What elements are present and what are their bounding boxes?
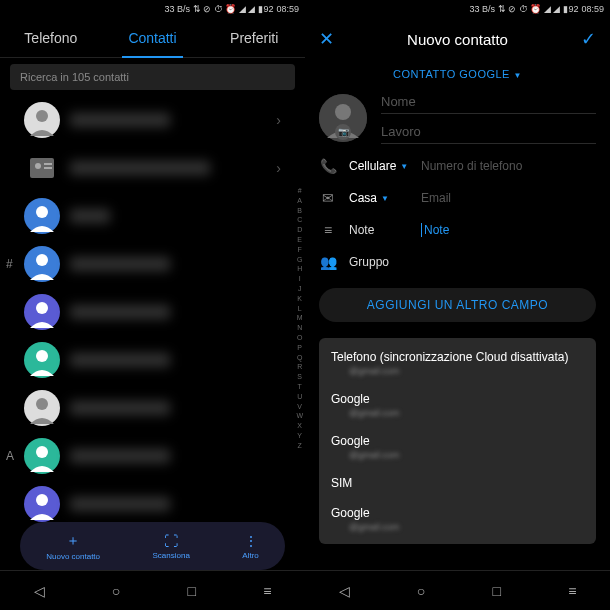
nav-home-icon[interactable]: ○ — [417, 583, 425, 599]
avatar — [24, 438, 60, 474]
alpha-X[interactable]: X — [296, 421, 303, 431]
phone-row: 📞 Cellulare▼ Numero di telefono — [305, 150, 610, 182]
alpha-Q[interactable]: Q — [296, 353, 303, 363]
contact-row[interactable]: › — [0, 144, 305, 192]
nav-back-icon[interactable]: ◁ — [34, 583, 45, 599]
alpha-Z[interactable]: Z — [296, 441, 303, 451]
contact-row[interactable] — [0, 288, 305, 336]
nav-recent-icon[interactable]: □ — [493, 583, 501, 599]
contact-name — [70, 353, 170, 367]
avatar — [24, 102, 60, 138]
chevron-down-icon: ▼ — [400, 162, 408, 171]
note-label: Note — [349, 223, 409, 237]
avatar — [24, 198, 60, 234]
contact-row[interactable]: A — [0, 432, 305, 480]
alpha-N[interactable]: N — [296, 323, 303, 333]
net-speed: 33 B/s — [164, 4, 190, 14]
email-type-dropdown[interactable]: Casa▼ — [349, 191, 409, 205]
email-input[interactable]: Email — [421, 191, 596, 205]
alpha-E[interactable]: E — [296, 235, 303, 245]
search-input[interactable]: Ricerca in 105 contatti — [10, 64, 295, 90]
account-option[interactable]: Telefono (sincronizzazione Cloud disatti… — [319, 342, 596, 384]
confirm-icon[interactable]: ✓ — [581, 28, 596, 50]
more-button[interactable]: ⋮Altro — [242, 533, 258, 560]
alpha-F[interactable]: F — [296, 245, 303, 255]
status-icons: ⇅ ⊘ ⏱ ⏰ ◢ ◢ — [193, 4, 256, 14]
contact-photo[interactable]: 📷 — [319, 94, 367, 142]
alpha-S[interactable]: S — [296, 372, 303, 382]
new-contact-screen: 33 B/s ⇅ ⊘ ⏱ ⏰ ◢ ◢ ▮92 08:59 ✕ Nuovo con… — [305, 0, 610, 610]
phone-input[interactable]: Numero di telefono — [421, 159, 596, 173]
alpha-V[interactable]: V — [296, 402, 303, 412]
alpha-W[interactable]: W — [296, 411, 303, 421]
alpha-O[interactable]: O — [296, 333, 303, 343]
contact-row[interactable] — [0, 480, 305, 528]
svg-rect-4 — [44, 163, 52, 165]
account-option[interactable]: SIM — [319, 468, 596, 498]
contact-row[interactable]: › — [0, 96, 305, 144]
contact-row[interactable] — [0, 384, 305, 432]
nav-drawer-icon[interactable]: ≡ — [568, 583, 576, 599]
contact-name — [70, 161, 210, 175]
nav-back-icon[interactable]: ◁ — [339, 583, 350, 599]
phone-type-dropdown[interactable]: Cellulare▼ — [349, 159, 409, 173]
alpha-I[interactable]: I — [296, 274, 303, 284]
svg-point-9 — [36, 254, 48, 266]
scan-button[interactable]: ⛶Scansiona — [152, 533, 189, 560]
alpha-B[interactable]: B — [296, 206, 303, 216]
alpha-D[interactable]: D — [296, 225, 303, 235]
nav-drawer-icon[interactable]: ≡ — [263, 583, 271, 599]
alpha-Y[interactable]: Y — [296, 431, 303, 441]
new-contact-button[interactable]: ＋Nuovo contatto — [46, 532, 100, 561]
nav-recent-icon[interactable]: □ — [188, 583, 196, 599]
alpha-C[interactable]: C — [296, 215, 303, 225]
group-row[interactable]: 👥 Gruppo — [305, 246, 610, 278]
header: ✕ Nuovo contatto ✓ — [305, 18, 610, 60]
alpha-A[interactable]: A — [296, 196, 303, 206]
account-type-dropdown[interactable]: CONTATTO GOOGLE ▼ — [305, 60, 610, 88]
clock: 08:59 — [581, 4, 604, 14]
alpha-#[interactable]: # — [296, 186, 303, 196]
account-picker: Telefono (sincronizzazione Cloud disatti… — [319, 338, 596, 544]
tab-phone[interactable]: Telefono — [0, 18, 102, 57]
avatar — [24, 390, 60, 426]
alpha-P[interactable]: P — [296, 343, 303, 353]
note-icon: ≡ — [319, 222, 337, 238]
net-speed: 33 B/s — [469, 4, 495, 14]
alpha-H[interactable]: H — [296, 264, 303, 274]
alpha-M[interactable]: M — [296, 313, 303, 323]
account-option[interactable]: Google@gmail.com — [319, 498, 596, 540]
alpha-T[interactable]: T — [296, 382, 303, 392]
note-input[interactable]: Note — [421, 223, 596, 237]
alpha-L[interactable]: L — [296, 304, 303, 314]
svg-point-15 — [36, 398, 48, 410]
nav-home-icon[interactable]: ○ — [112, 583, 120, 599]
email-row: ✉ Casa▼ Email — [305, 182, 610, 214]
contact-list[interactable]: › › # A — [0, 96, 305, 570]
alpha-R[interactable]: R — [296, 362, 303, 372]
name-field[interactable]: Nome — [381, 94, 596, 114]
status-bar: 33 B/s ⇅ ⊘ ⏱ ⏰ ◢ ◢ ▮92 08:59 — [0, 0, 305, 18]
contact-row[interactable] — [0, 192, 305, 240]
svg-point-21 — [335, 104, 351, 120]
contact-row[interactable] — [0, 336, 305, 384]
contact-row[interactable]: # — [0, 240, 305, 288]
alpha-G[interactable]: G — [296, 255, 303, 265]
close-icon[interactable]: ✕ — [319, 28, 334, 50]
tab-favorites[interactable]: Preferiti — [203, 18, 305, 57]
alpha-index[interactable]: #ABCDEFGHIJKLMNOPQRSTUVWXYZ — [296, 186, 303, 451]
svg-point-13 — [36, 350, 48, 362]
status-bar: 33 B/s ⇅ ⊘ ⏱ ⏰ ◢ ◢ ▮92 08:59 — [305, 0, 610, 18]
add-field-button[interactable]: AGGIUNGI UN ALTRO CAMPO — [319, 288, 596, 322]
alpha-J[interactable]: J — [296, 284, 303, 294]
chevron-right-icon: › — [276, 112, 281, 128]
work-field[interactable]: Lavoro — [381, 124, 596, 144]
alpha-K[interactable]: K — [296, 294, 303, 304]
clock: 08:59 — [276, 4, 299, 14]
alpha-U[interactable]: U — [296, 392, 303, 402]
svg-point-17 — [36, 446, 48, 458]
account-option[interactable]: Google@gmail.com — [319, 384, 596, 426]
account-option[interactable]: Google@gmail.com — [319, 426, 596, 468]
chevron-right-icon: › — [276, 160, 281, 176]
tab-contacts[interactable]: Contatti — [102, 18, 204, 57]
